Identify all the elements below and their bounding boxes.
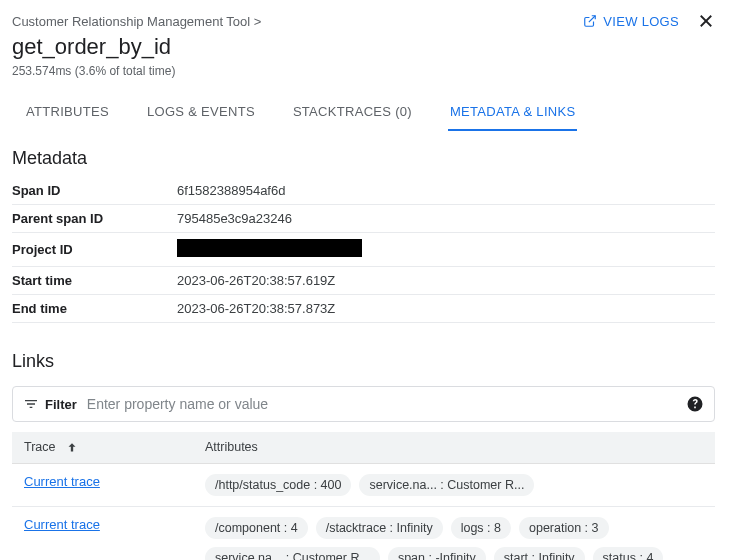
- tab-stacktraces[interactable]: STACKTRACES (0): [291, 96, 414, 131]
- help-icon[interactable]: [686, 395, 704, 413]
- filter-bar: Filter: [12, 386, 715, 422]
- attribute-chips: /http/status_code : 400service.na... : C…: [205, 474, 707, 496]
- filter-label-text: Filter: [45, 397, 77, 412]
- close-icon: [697, 12, 715, 30]
- sort-asc-icon: [65, 441, 79, 455]
- metadata-label: Start time: [12, 267, 177, 295]
- metadata-value: 2023-06-26T20:38:57.873Z: [177, 295, 715, 323]
- attribute-chip[interactable]: status : 4: [593, 547, 664, 560]
- links-table: Trace Attributes Current trace/http/stat…: [12, 432, 715, 560]
- tab-bar: ATTRIBUTES LOGS & EVENTS STACKTRACES (0)…: [12, 96, 715, 132]
- trace-link[interactable]: Current trace: [24, 517, 100, 532]
- metadata-label: Span ID: [12, 177, 177, 205]
- svg-line-0: [589, 16, 595, 22]
- links-table-col-attributes[interactable]: Attributes: [197, 432, 715, 463]
- metadata-value: 2023-06-26T20:38:57.619Z: [177, 267, 715, 295]
- filter-input[interactable]: [87, 396, 676, 412]
- attribute-chip[interactable]: logs : 8: [451, 517, 511, 539]
- links-heading: Links: [12, 351, 715, 372]
- attribute-chip[interactable]: service.na... : Customer R...: [205, 547, 380, 560]
- filter-label: Filter: [23, 396, 77, 412]
- metadata-row-parent-span-id: Parent span ID 795485e3c9a23246: [12, 205, 715, 233]
- page-title: get_order_by_id: [12, 34, 715, 60]
- open-in-new-icon: [583, 14, 597, 28]
- metadata-row-project-id: Project ID: [12, 233, 715, 267]
- trace-link[interactable]: Current trace: [24, 474, 100, 489]
- view-logs-link[interactable]: VIEW LOGS: [583, 14, 679, 29]
- view-logs-label: VIEW LOGS: [603, 14, 679, 29]
- links-table-row: Current trace/http/status_code : 400serv…: [12, 463, 715, 506]
- attribute-chip[interactable]: span : -Infinity: [388, 547, 486, 560]
- metadata-row-end-time: End time 2023-06-26T20:38:57.873Z: [12, 295, 715, 323]
- metadata-row-start-time: Start time 2023-06-26T20:38:57.619Z: [12, 267, 715, 295]
- filter-icon: [23, 396, 39, 412]
- metadata-label: Parent span ID: [12, 205, 177, 233]
- tab-logs-events[interactable]: LOGS & EVENTS: [145, 96, 257, 131]
- attribute-chip[interactable]: /stacktrace : Infinity: [316, 517, 443, 539]
- timing-subtitle: 253.574ms (3.6% of total time): [12, 64, 715, 78]
- metadata-heading: Metadata: [12, 148, 715, 169]
- metadata-value: 795485e3c9a23246: [177, 205, 715, 233]
- metadata-value: 6f1582388954af6d: [177, 177, 715, 205]
- breadcrumb[interactable]: Customer Relationship Management Tool >: [12, 14, 261, 29]
- attribute-chip[interactable]: /http/status_code : 400: [205, 474, 351, 496]
- tab-attributes[interactable]: ATTRIBUTES: [24, 96, 111, 131]
- metadata-row-span-id: Span ID 6f1582388954af6d: [12, 177, 715, 205]
- tab-metadata-links[interactable]: METADATA & LINKS: [448, 96, 577, 131]
- attribute-chip[interactable]: /component : 4: [205, 517, 308, 539]
- metadata-label: Project ID: [12, 233, 177, 267]
- attribute-chip[interactable]: operation : 3: [519, 517, 609, 539]
- metadata-value-redacted: [177, 233, 715, 267]
- col-trace-label: Trace: [24, 440, 56, 454]
- attribute-chip[interactable]: service.na... : Customer R...: [359, 474, 534, 496]
- close-button[interactable]: [697, 12, 715, 30]
- links-table-row: Current trace/component : 4/stacktrace :…: [12, 506, 715, 560]
- metadata-label: End time: [12, 295, 177, 323]
- links-table-col-trace[interactable]: Trace: [12, 432, 197, 463]
- metadata-table: Span ID 6f1582388954af6d Parent span ID …: [12, 177, 715, 323]
- attribute-chip[interactable]: start : Infinity: [494, 547, 585, 560]
- attribute-chips: /component : 4/stacktrace : Infinitylogs…: [205, 517, 707, 560]
